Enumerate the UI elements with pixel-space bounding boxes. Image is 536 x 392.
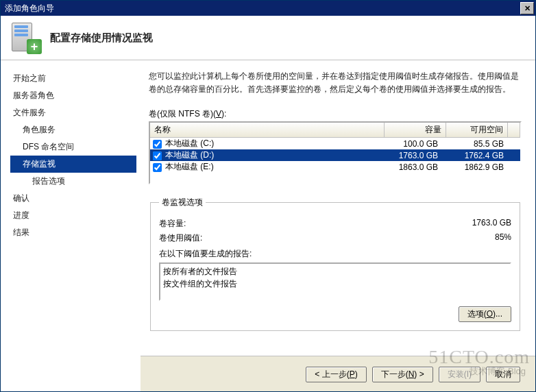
options-button[interactable]: 选项(O)... (459, 306, 511, 322)
volume-checkbox-d[interactable] (153, 151, 162, 160)
volume-monitoring-options: 卷监视选项 卷容量: 1763.0 GB 卷使用阈值: 85% 在以下阈值要生成… (150, 197, 520, 331)
col-free[interactable]: 可用空间 (446, 123, 508, 137)
volume-row-c[interactable]: 本地磁盘 (C:) 100.0 GB 85.5 GB (150, 138, 520, 149)
main-panel: 您可以监控此计算机上每个卷所使用的空间量，并在卷达到指定使用阈值时生成存储报告。… (141, 60, 535, 392)
sidebar-item-confirmation[interactable]: 确认 (10, 190, 141, 207)
body: 开始之前 服务器角色 文件服务 角色服务 DFS 命名空间 存储监视 报告选项 … (1, 60, 535, 392)
back-button[interactable]: < 上一步(P) (306, 367, 366, 382)
capacity-label: 卷容量: (159, 218, 436, 230)
sidebar-item-progress[interactable]: 进度 (10, 207, 141, 224)
wizard-icon: + (10, 23, 40, 53)
header: + 配置存储使用情况监视 (1, 16, 535, 60)
sidebar-item-storage-monitoring[interactable]: 存储监视 (10, 156, 136, 173)
sidebar-item-server-roles[interactable]: 服务器角色 (10, 87, 141, 104)
next-button[interactable]: 下一步(N) > (372, 367, 433, 382)
sidebar-item-role-services[interactable]: 角色服务 (10, 121, 141, 138)
col-name[interactable]: 名称 (150, 123, 385, 137)
volumes-list-header: 名称 容量 可用空间 (150, 123, 520, 138)
report-item-0[interactable]: 按所有者的文件报告 (163, 265, 507, 278)
sidebar: 开始之前 服务器角色 文件服务 角色服务 DFS 命名空间 存储监视 报告选项 … (1, 60, 141, 392)
threshold-label: 卷使用阈值: (159, 232, 436, 244)
report-item-1[interactable]: 按文件组的文件报告 (163, 278, 507, 290)
bottom-bar: < 上一步(P) 下一步(N) > 安装(I) 取消 (141, 356, 535, 392)
sidebar-item-report-options[interactable]: 报告选项 (10, 173, 141, 190)
volume-checkbox-e[interactable] (153, 163, 162, 172)
window-title: 添加角色向导 (5, 3, 520, 14)
volume-checkbox-c[interactable] (153, 140, 162, 149)
sidebar-item-results[interactable]: 结果 (10, 224, 141, 241)
reports-list[interactable]: 按所有者的文件报告 按文件组的文件报告 (159, 262, 511, 301)
sidebar-item-file-services[interactable]: 文件服务 (10, 104, 141, 121)
description-text: 您可以监控此计算机上每个卷所使用的空间量，并在卷达到指定使用阈值时生成存储报告。… (149, 70, 522, 96)
volume-row-e[interactable]: 本地磁盘 (E:) 1863.0 GB 1862.9 GB (150, 161, 520, 173)
sidebar-item-before-begin[interactable]: 开始之前 (10, 70, 141, 87)
volumes-list[interactable]: 名称 容量 可用空间 本地磁盘 (C:) 100.0 GB 85.5 GB 本地… (149, 121, 522, 184)
sidebar-item-dfs-namespaces[interactable]: DFS 命名空间 (10, 138, 141, 156)
reports-label: 在以下阈值要生成的报告: (159, 248, 511, 260)
page-heading: 配置存储使用情况监视 (50, 32, 153, 45)
wizard-window: 添加角色向导 ✕ + 配置存储使用情况监视 开始之前 服务器角色 文件服务 角色… (0, 0, 536, 392)
volumes-label: 卷(仅限 NTFS 卷)(V): (149, 108, 522, 120)
cancel-button[interactable]: 取消 (486, 367, 520, 382)
threshold-value: 85% (436, 232, 511, 244)
install-button: 安装(I) (439, 367, 480, 382)
groupbox-legend: 卷监视选项 (159, 197, 206, 208)
close-button[interactable]: ✕ (520, 2, 534, 14)
capacity-value: 1763.0 GB (436, 218, 511, 230)
volume-row-d[interactable]: 本地磁盘 (D:) 1763.0 GB 1762.4 GB (150, 149, 520, 161)
col-capacity[interactable]: 容量 (385, 123, 446, 137)
titlebar: 添加角色向导 ✕ (1, 1, 535, 16)
col-end (508, 123, 520, 137)
